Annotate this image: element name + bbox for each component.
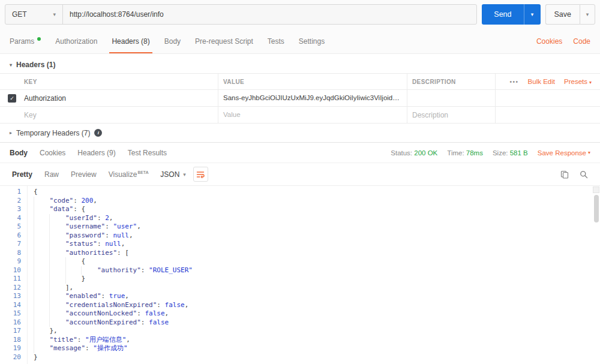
tab-params[interactable]: Params [2, 29, 48, 53]
info-icon: i [94, 129, 102, 137]
view-tab-preview[interactable]: Preview [65, 170, 103, 179]
indent-guide [34, 231, 49, 240]
method-dropdown[interactable]: GET ▾ [5, 5, 63, 24]
header-description-cell[interactable] [407, 90, 495, 106]
code-line: "message": "操作成功" [34, 344, 600, 353]
response-tabs: BodyCookiesHeaders (9)Test Results [10, 149, 179, 157]
copy-icon[interactable] [560, 170, 569, 179]
line-number: 19 [0, 344, 21, 353]
indent-guide [49, 231, 65, 240]
response-meta: Status: 200 OK Time: 78ms Size: 581 B Sa… [391, 149, 590, 157]
line-number: 2 [0, 197, 21, 206]
new-header-key-input[interactable]: Key [24, 107, 218, 123]
format-dropdown[interactable]: JSON ▾ [160, 170, 186, 179]
line-number: 13 [0, 292, 21, 301]
presets-label: Presets [564, 78, 587, 85]
indent-guide [49, 222, 65, 231]
tab-settings[interactable]: Settings [292, 29, 332, 53]
response-tab-body[interactable]: Body [10, 149, 28, 157]
indent-guide [34, 275, 49, 284]
response-size: Size: 581 B [493, 149, 528, 157]
format-label: JSON [160, 170, 179, 179]
indent-guide [34, 266, 49, 275]
expand-triangle-icon: ▸ [10, 130, 12, 136]
bulk-edit-link[interactable]: Bulk Edit [528, 78, 555, 85]
tab-authorization[interactable]: Authorization [48, 29, 104, 53]
code-line: "userId": 2, [34, 214, 600, 223]
tab-pre-request-script[interactable]: Pre-request Script [188, 29, 260, 53]
code-link[interactable]: Code [573, 37, 590, 46]
response-view-tabs: PrettyRawPreviewVisualizeBETA [6, 170, 154, 179]
indent-guide [34, 214, 49, 223]
response-tab-headers-9[interactable]: Headers (9) [77, 149, 115, 157]
request-tabs-row: ParamsAuthorizationHeaders (8)BodyPre-re… [0, 29, 600, 54]
indent-guide [49, 309, 65, 318]
tab-headers-8[interactable]: Headers (8) [104, 29, 157, 53]
save-options-button[interactable]: ▾ [580, 4, 595, 25]
save-response-dropdown[interactable]: Save Response▾ [538, 149, 590, 157]
line-number: 10 [0, 266, 21, 275]
header-key-cell[interactable]: Authorization [24, 90, 218, 106]
tab-body[interactable]: Body [157, 29, 188, 53]
send-button[interactable]: Send [482, 4, 523, 25]
save-button[interactable]: Save [545, 4, 580, 25]
wrap-lines-icon [196, 170, 205, 179]
line-number: 18 [0, 336, 21, 345]
headers-table: KEY VALUE DESCRIPTION ••• Bulk Edit Pres… [0, 73, 600, 124]
response-tab-cookies[interactable]: Cookies [40, 149, 65, 157]
code-line: "enabled": true, [34, 292, 600, 301]
temporary-headers-toggle[interactable]: ▸ Temporary Headers (7) i [0, 124, 600, 143]
response-body-editor[interactable]: 1234567891011121314151617181920 {"code":… [0, 186, 600, 364]
presets-dropdown[interactable]: Presets▾ [564, 78, 592, 85]
new-header-value-input[interactable]: Value [218, 107, 407, 123]
collapse-triangle-icon: ▾ [10, 62, 12, 68]
postman-request-window: GET ▾ Send ▾ Save ▾ ParamsAuthorizationH… [0, 0, 600, 364]
response-tab-test-results[interactable]: Test Results [128, 149, 167, 157]
header-value-cell[interactable]: Sans-eyJhbGciOiJIUzUxMiJ9.eyJqdGkiOiIyIi… [218, 90, 407, 106]
status-label: Status: [391, 149, 412, 157]
indent-guide [34, 327, 49, 336]
search-icon[interactable] [580, 170, 588, 179]
wrap-text-button[interactable] [193, 167, 208, 182]
chevron-down-icon: ▾ [53, 11, 56, 17]
indent-guide [34, 249, 49, 258]
tab-tests[interactable]: Tests [260, 29, 292, 53]
line-number: 5 [0, 222, 21, 231]
new-header-description-input[interactable]: Description [407, 107, 495, 123]
indent-guide [34, 309, 49, 318]
indent-guide [34, 205, 49, 214]
response-view-toolbar: PrettyRawPreviewVisualizeBETA JSON ▾ [0, 163, 600, 186]
line-number: 7 [0, 240, 21, 249]
code-line: ], [34, 284, 600, 293]
line-number: 20 [0, 353, 21, 362]
vertical-scrollbar-thumb[interactable] [594, 195, 599, 222]
more-options-icon[interactable]: ••• [510, 79, 519, 85]
headers-section-title: Headers (1) [16, 61, 55, 69]
code-line: "authority": "ROLE_USER" [34, 266, 600, 275]
chevron-down-icon: ▾ [183, 172, 186, 178]
indent-guide [49, 257, 65, 266]
view-tab-pretty[interactable]: Pretty [6, 170, 38, 179]
response-time: Time: 78ms [447, 149, 483, 157]
cookies-link[interactable]: Cookies [536, 37, 562, 46]
send-options-button[interactable]: ▾ [524, 4, 541, 25]
code-line: } [34, 353, 600, 362]
method-label: GET [12, 10, 27, 19]
code-line: "data": { [34, 205, 600, 214]
code-line: "accountNonExpired": false [34, 318, 600, 327]
temporary-headers-label: Temporary Headers (7) [16, 129, 90, 137]
request-tab-links: Cookies Code [536, 29, 590, 53]
url-input[interactable] [63, 5, 476, 24]
chevron-down-icon: ▾ [588, 150, 590, 155]
indent-guide [49, 284, 65, 293]
indent-guide [49, 301, 65, 310]
line-number: 3 [0, 205, 21, 214]
line-number: 12 [0, 284, 21, 293]
indent-guide [49, 240, 65, 249]
code-line: }, [34, 327, 600, 336]
headers-section-toggle[interactable]: ▾ Headers (1) [0, 54, 600, 73]
view-tab-visualize[interactable]: VisualizeBETA [103, 170, 155, 179]
response-status: Status: 200 OK [391, 149, 437, 157]
header-enabled-checkbox[interactable]: ✓ [8, 94, 16, 103]
view-tab-raw[interactable]: Raw [38, 170, 65, 179]
